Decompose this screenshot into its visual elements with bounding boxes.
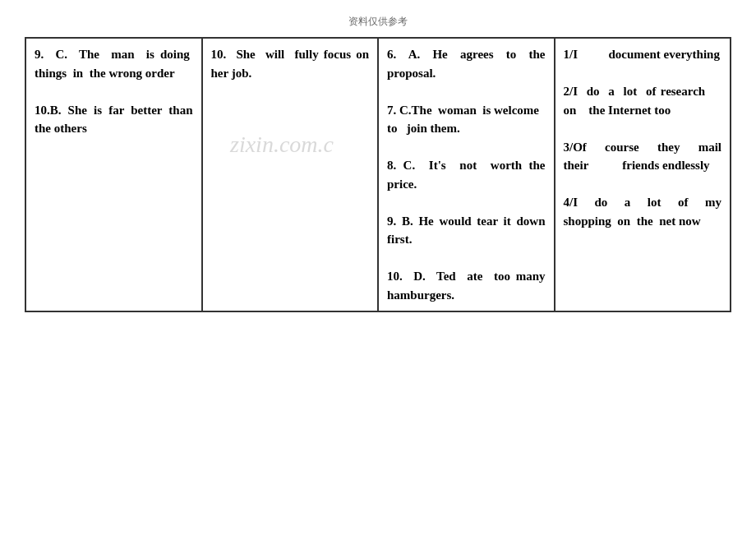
- cell-3: 6. A. He agrees to the proposal. 7. C.Th…: [378, 38, 555, 311]
- table-row: 9. C. The man is doing things in the wro…: [25, 38, 731, 311]
- cell-4: 1/I document everything 2/I do a lot of …: [555, 38, 731, 311]
- cell-1: 9. C. The man is doing things in the wro…: [25, 38, 202, 311]
- content-table: 9. C. The man is doing things in the wro…: [25, 37, 731, 312]
- cell-2: 10. She will fully focus on her job.: [202, 38, 379, 311]
- table-container: 9. C. The man is doing things in the wro…: [25, 37, 731, 312]
- top-watermark: 资料仅供参考: [348, 15, 408, 29]
